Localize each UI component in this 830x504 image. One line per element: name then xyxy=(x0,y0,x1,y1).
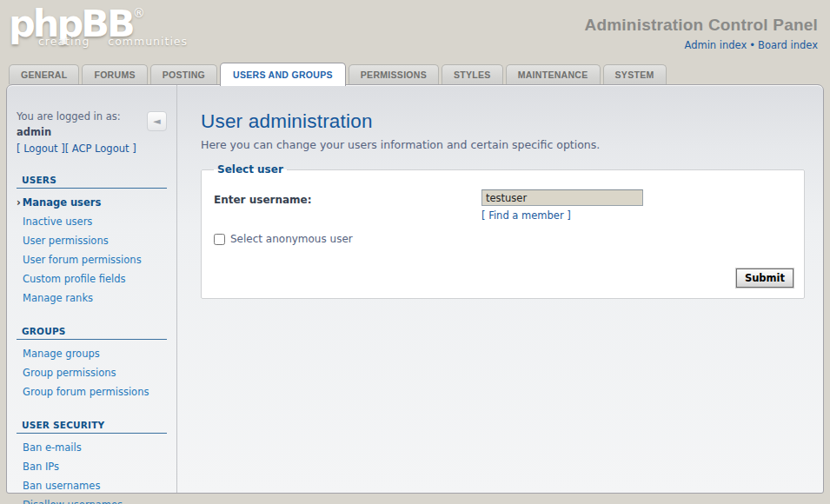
sidebar-item-ban-emails[interactable]: Ban e-mails xyxy=(17,438,167,457)
sidebar-item-group-permissions[interactable]: Group permissions xyxy=(17,363,167,382)
page-title: User administration xyxy=(201,110,805,133)
phpbb-logo: phpBB® creating communities xyxy=(9,5,188,48)
sidebar-section-groups: GROUPS Manage groups Group permissions G… xyxy=(17,326,167,401)
sidebar-item-group-forum-permissions[interactable]: Group forum permissions xyxy=(17,382,167,401)
sidebar-item-ban-usernames[interactable]: Ban usernames xyxy=(17,476,167,495)
section-title-groups: GROUPS xyxy=(17,326,167,340)
logout-link[interactable]: [ Logout ] xyxy=(17,143,65,155)
sidebar-item-disallow-usernames[interactable]: Disallow usernames xyxy=(17,495,167,504)
acp-logout-link[interactable]: [ ACP Logout ] xyxy=(65,143,136,155)
username-input[interactable] xyxy=(481,189,643,206)
sidebar-item-custom-profile-fields[interactable]: Custom profile fields xyxy=(17,269,167,288)
select-user-fieldset: Select user Enter username: [ Find a mem… xyxy=(201,163,805,299)
tab-general[interactable]: GENERAL xyxy=(9,64,79,84)
sidebar-item-manage-users[interactable]: ›Manage users xyxy=(17,193,167,212)
logged-in-label: You are logged in as: xyxy=(17,109,167,124)
collapse-left-arrow-icon: ◄ xyxy=(153,114,160,129)
tab-permissions[interactable]: PERMISSIONS xyxy=(349,64,439,84)
sidebar-collapse-button[interactable]: ◄ xyxy=(147,111,167,131)
sidebar-item-inactive-users[interactable]: Inactive users xyxy=(17,212,167,231)
main-panel: You are logged in as: admin [ Logout ][ … xyxy=(6,84,824,494)
sidebar-item-manage-ranks[interactable]: Manage ranks xyxy=(17,288,167,308)
tab-forums[interactable]: FORUMS xyxy=(82,64,147,84)
sidebar-item-ban-ips[interactable]: Ban IPs xyxy=(17,457,167,476)
submit-button[interactable]: Submit xyxy=(736,269,793,288)
sidebar: You are logged in as: admin [ Logout ][ … xyxy=(7,85,177,493)
tab-maintenance[interactable]: MAINTENANCE xyxy=(506,64,601,84)
sidebar-item-manage-groups[interactable]: Manage groups xyxy=(17,344,167,363)
header-links: Admin index•Board index xyxy=(585,39,818,51)
tab-system[interactable]: SYSTEM xyxy=(603,64,667,84)
sidebar-section-user-security: USER SECURITY Ban e-mails Ban IPs Ban us… xyxy=(17,420,167,504)
registered-mark: ® xyxy=(133,6,145,20)
active-item-marker: › xyxy=(17,196,21,209)
tab-posting[interactable]: POSTING xyxy=(150,64,217,84)
find-a-member-link[interactable]: [ Find a member ] xyxy=(481,209,571,222)
sidebar-section-users: USERS ›Manage users Inactive users User … xyxy=(17,175,167,308)
logged-in-block: You are logged in as: admin [ Logout ][ … xyxy=(17,109,167,156)
anonymous-user-checkbox[interactable] xyxy=(214,234,225,245)
page-description: Here you can change your users informati… xyxy=(201,138,805,151)
anonymous-user-label: Select anonymous user xyxy=(230,233,353,245)
logged-in-username: admin xyxy=(17,124,167,140)
tab-users-and-groups[interactable]: USERS AND GROUPS xyxy=(220,63,346,86)
section-title-user-security: USER SECURITY xyxy=(17,420,167,434)
link-separator: • xyxy=(749,39,755,51)
acp-title: Administration Control Panel xyxy=(585,16,818,35)
sidebar-item-user-forum-permissions[interactable]: User forum permissions xyxy=(17,250,167,269)
admin-index-link[interactable]: Admin index xyxy=(685,39,747,51)
tab-bar: GENERAL FORUMS POSTING USERS AND GROUPS … xyxy=(0,61,830,84)
section-title-users: USERS xyxy=(17,175,167,189)
username-label: Enter username: xyxy=(214,194,312,206)
content-area: User administration Here you can change … xyxy=(177,85,823,493)
sidebar-item-user-permissions[interactable]: User permissions xyxy=(17,231,167,250)
board-index-link[interactable]: Board index xyxy=(758,39,818,51)
page-header: phpBB® creating communities Administrati… xyxy=(0,0,830,61)
tab-styles[interactable]: STYLES xyxy=(442,64,503,84)
fieldset-legend: Select user xyxy=(214,163,287,176)
